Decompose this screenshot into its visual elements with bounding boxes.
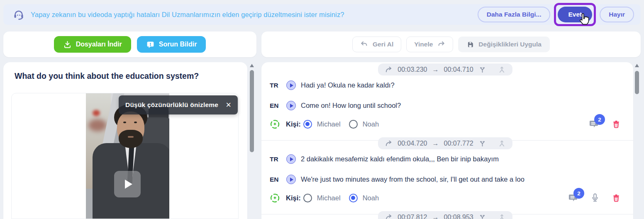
timecode-pill: 00:07.812 → 00:08.953 bbox=[378, 211, 512, 219]
radio-selected[interactable] bbox=[303, 120, 312, 129]
speaker-option-noah[interactable]: Noah bbox=[349, 194, 379, 202]
click-annotation-highlight: Evet bbox=[554, 3, 596, 26]
source-lang-label: TR bbox=[270, 82, 281, 89]
more-info-button[interactable]: Daha Fazla Bilgi... bbox=[478, 7, 551, 22]
target-lang-label: EN bbox=[270, 176, 281, 183]
banner-actions: Daha Fazla Bilgi... Evet Hayır bbox=[478, 3, 634, 26]
segment-row: 00:03.230 → 00:04.710 bbox=[261, 63, 633, 140]
redo-label: Yinele bbox=[414, 41, 433, 48]
scrollbar-thumb[interactable] bbox=[250, 70, 254, 152]
source-text[interactable]: Hadi ya! Okula ne kadar kaldı? bbox=[301, 81, 395, 89]
transcript-panel: 00:03.230 → 00:04.710 bbox=[261, 62, 633, 219]
play-overlay-button[interactable] bbox=[114, 171, 141, 197]
jump-icon[interactable] bbox=[385, 66, 393, 73]
report-bubble-icon bbox=[146, 40, 155, 49]
low-res-preview-tooltip: Düşük çözünürlüklü önizleme × bbox=[119, 95, 238, 114]
time-arrow: → bbox=[432, 140, 439, 147]
download-icon bbox=[63, 40, 72, 49]
edit-toolbar-card: Geri Al Yinele Değişiklikleri Uygula bbox=[261, 32, 641, 57]
play-target-button[interactable] bbox=[286, 101, 296, 110]
delete-segment-button[interactable] bbox=[612, 119, 621, 129]
download-files-button[interactable]: Dosyaları İndir bbox=[54, 36, 131, 53]
timecode-pill: 00:04.720 → 00:07.772 bbox=[378, 137, 512, 149]
video-panel: What do you think about the education sy… bbox=[3, 62, 247, 219]
speaker-option-michael[interactable]: Michael bbox=[303, 120, 341, 129]
regenerate-audio-icon[interactable] bbox=[270, 119, 280, 129]
target-lang-label: EN bbox=[270, 102, 281, 110]
split-segment-icon[interactable] bbox=[478, 139, 486, 147]
comment-count-badge: 2 bbox=[594, 114, 605, 125]
scroll-up-arrow[interactable] bbox=[635, 64, 639, 67]
start-time[interactable]: 00:07.812 bbox=[398, 214, 427, 219]
cursor-pointer-icon bbox=[578, 13, 590, 27]
start-time[interactable]: 00:03.230 bbox=[398, 66, 427, 73]
undo-button[interactable]: Geri Al bbox=[352, 36, 401, 52]
play-target-button[interactable] bbox=[286, 175, 296, 184]
start-time[interactable]: 00:04.720 bbox=[398, 140, 427, 147]
comments-button[interactable]: 2 bbox=[588, 119, 599, 129]
report-problem-label: Sorun Bildir bbox=[159, 41, 197, 48]
play-source-button[interactable] bbox=[286, 80, 296, 90]
merge-segment-icon[interactable] bbox=[498, 66, 506, 73]
merge-segment-icon[interactable] bbox=[498, 139, 506, 147]
tooltip-close-icon[interactable]: × bbox=[226, 100, 231, 110]
comment-count-badge: 2 bbox=[573, 188, 584, 199]
report-problem-button[interactable]: Sorun Bildir bbox=[137, 36, 206, 53]
record-voice-button[interactable] bbox=[591, 193, 599, 203]
jump-icon[interactable] bbox=[385, 213, 393, 219]
redo-icon bbox=[437, 40, 445, 49]
redo-button[interactable]: Yinele bbox=[406, 36, 453, 52]
support-agent-icon bbox=[12, 8, 25, 21]
merge-segment-icon[interactable] bbox=[498, 213, 506, 219]
end-time[interactable]: 00:08.953 bbox=[444, 214, 473, 219]
video-title: What do you think about the education sy… bbox=[15, 71, 239, 81]
play-source-button[interactable] bbox=[286, 154, 296, 164]
jump-icon[interactable] bbox=[385, 139, 393, 147]
split-segment-icon[interactable] bbox=[478, 66, 486, 73]
banner-message: Yapay zekanın bu videoda yaptığı hatalar… bbox=[31, 11, 344, 19]
download-files-label: Dosyaları İndir bbox=[76, 41, 122, 48]
speaker-option-noah[interactable]: Noah bbox=[349, 120, 379, 129]
end-time[interactable]: 00:07.772 bbox=[444, 140, 473, 147]
time-arrow: → bbox=[432, 66, 439, 73]
undo-label: Geri Al bbox=[373, 41, 393, 48]
transcript-scrollbar bbox=[634, 62, 639, 219]
speaker-label: Kişi: bbox=[286, 194, 301, 202]
undo-icon bbox=[360, 40, 368, 49]
play-icon bbox=[125, 180, 132, 189]
time-arrow: → bbox=[432, 214, 439, 219]
save-icon bbox=[466, 41, 474, 49]
source-lang-label: TR bbox=[270, 156, 281, 163]
play-icon bbox=[290, 83, 293, 88]
target-text[interactable]: We're just two minutes away from the sch… bbox=[301, 175, 524, 183]
left-actions-card: Dosyaları İndir Sorun Bildir bbox=[3, 32, 256, 57]
scroll-up-arrow[interactable] bbox=[250, 64, 254, 67]
radio-selected[interactable] bbox=[349, 194, 358, 202]
split-segment-icon[interactable] bbox=[478, 213, 486, 219]
end-time[interactable]: 00:04.710 bbox=[444, 66, 473, 73]
no-button[interactable]: Hayır bbox=[600, 7, 634, 22]
apply-changes-label: Değişiklikleri Uygula bbox=[478, 41, 542, 48]
delete-segment-button[interactable] bbox=[612, 193, 621, 203]
play-icon bbox=[290, 178, 293, 182]
tooltip-text: Düşük çözünürlüklü önizleme bbox=[125, 101, 218, 109]
play-icon bbox=[290, 104, 293, 108]
expert-review-banner: Yapay zekanın bu videoda yaptığı hatalar… bbox=[3, 4, 641, 25]
timecode-pill: 00:03.230 → 00:04.710 bbox=[378, 63, 512, 75]
comments-button[interactable]: 2 bbox=[568, 192, 578, 203]
speaker-option-michael[interactable]: Michael bbox=[303, 194, 341, 202]
apply-changes-button[interactable]: Değişiklikleri Uygula bbox=[458, 36, 550, 52]
target-text[interactable]: Come on! How long until school? bbox=[301, 102, 401, 110]
radio-unselected[interactable] bbox=[303, 194, 312, 202]
segment-row: 00:07.812 → 00:08.953 bbox=[261, 214, 633, 219]
video-panel-scrollbar bbox=[249, 62, 254, 219]
segment-row: 00:04.720 → 00:07.772 bbox=[261, 140, 633, 214]
dubbing-editor-page: Yapay zekanın bu videoda yaptığı hatalar… bbox=[0, 0, 644, 219]
source-text[interactable]: 2 dakikalık mesafemiz kaldı efendim okul… bbox=[301, 155, 499, 163]
speaker-label: Kişi: bbox=[286, 120, 301, 128]
play-icon bbox=[290, 157, 293, 161]
radio-unselected[interactable] bbox=[349, 120, 358, 129]
regenerate-audio-icon[interactable] bbox=[270, 193, 280, 203]
scrollbar-thumb[interactable] bbox=[635, 71, 639, 94]
